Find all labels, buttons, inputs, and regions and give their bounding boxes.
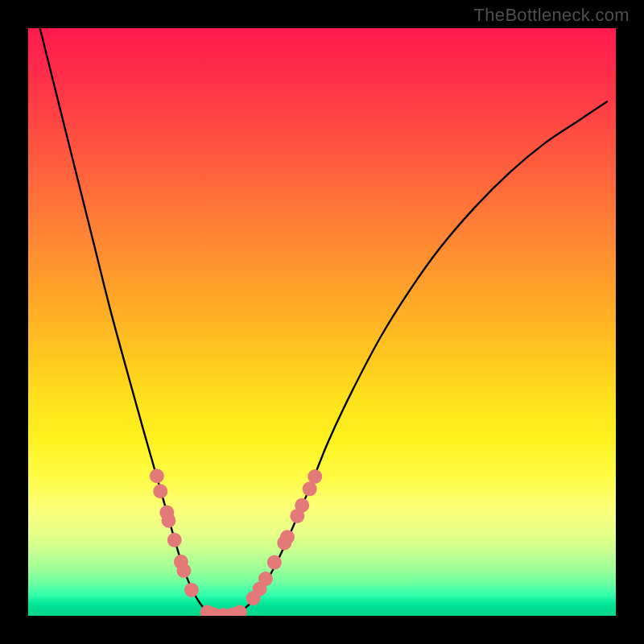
marker-right-9 [308,469,322,484]
curve-svg [28,28,616,616]
marker-left-6 [176,564,191,578]
marker-left-1 [153,484,167,498]
marker-bottom-4 [233,605,247,616]
plot-area [28,28,616,616]
marker-right-5 [280,530,295,544]
marker-left-4 [167,533,182,547]
data-markers [150,469,322,616]
bottleneck-curve [40,28,607,616]
marker-right-8 [303,481,317,496]
marker-right-7 [295,498,309,513]
marker-left-3 [161,514,175,528]
marker-right-3 [267,555,282,570]
chart-frame: TheBottleneck.com [0,0,644,644]
marker-right-2 [258,572,273,586]
marker-left-7 [184,583,199,597]
watermark-text: TheBottleneck.com [474,5,630,26]
marker-left-0 [150,469,164,483]
